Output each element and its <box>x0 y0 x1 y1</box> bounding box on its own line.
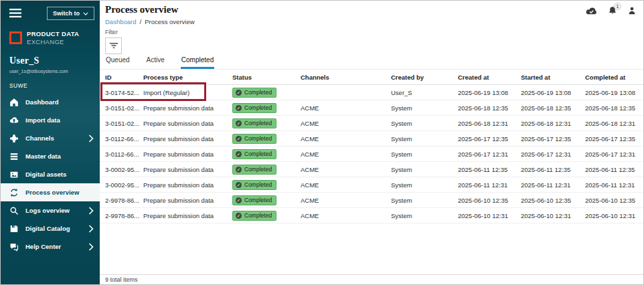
cell-created-at: 2025-06-10 12:31 <box>458 212 521 219</box>
tab-queued[interactable]: Queued <box>105 56 131 69</box>
status-text: Completed <box>244 89 272 96</box>
tabs-bar: QueuedActiveCompleted <box>100 54 643 70</box>
notification-count-badge: 1 <box>614 3 621 10</box>
cell-id: 2-9978-86... <box>105 197 143 204</box>
status-badge: ✓Completed <box>232 195 276 205</box>
brand-name-line2: EXCHANGE <box>27 38 79 45</box>
cell-completed-at: 2025-06-10 12:31 <box>585 212 643 219</box>
cell-id: 3-0112-66... <box>105 151 143 158</box>
breadcrumb: Dashboard / Process overview <box>100 17 643 26</box>
table-row[interactable]: 3-0174-52...Import (Regular)✓CompletedUs… <box>100 85 643 100</box>
chevron-right-icon <box>88 243 94 251</box>
sidebar-item-label: Digital Catalog <box>25 225 88 232</box>
main-content: Process overview 1 Dashboard / Process o… <box>100 1 643 284</box>
cell-channels: ACME <box>301 212 391 219</box>
table-row[interactable]: 3-0002-95...Prepare submission data✓Comp… <box>100 177 643 193</box>
table-row[interactable]: 2-9978-86...Prepare submission data✓Comp… <box>100 193 643 208</box>
switch-to-button[interactable]: Switch to <box>47 7 94 20</box>
column-header-channels[interactable]: Channels <box>301 74 391 81</box>
cell-created-at: 2025-06-11 12:31 <box>458 181 521 189</box>
sidebar-item-master-data[interactable]: Master data <box>1 147 100 165</box>
column-header-started-at[interactable]: Started at <box>521 74 585 81</box>
cell-created-by: System <box>391 120 458 127</box>
sidebar-item-digital-catalog[interactable]: Digital Catalog <box>1 219 100 238</box>
brand-logo: PRODUCT DATA EXCHANGE <box>1 20 100 45</box>
status-text: Completed <box>244 197 272 204</box>
sidebar-item-digital-assets[interactable]: Digital assets <box>1 165 100 183</box>
cell-id: 2-9978-86... <box>105 212 143 219</box>
sidebar-item-dashboard[interactable]: Dashboard <box>1 93 100 111</box>
cell-channels: ACME <box>301 135 391 142</box>
sidebar: Switch to PRODUCT DATA EXCHANGE User_S u… <box>1 1 100 284</box>
search-icon <box>9 206 19 215</box>
menu-hamburger-icon[interactable] <box>9 9 21 18</box>
filter-button[interactable] <box>105 37 122 54</box>
cell-process-type: Prepare submission data <box>143 197 232 204</box>
cell-id: 3-0151-02... <box>105 104 143 112</box>
table-row[interactable]: 3-0151-02...Prepare submission data✓Comp… <box>100 116 643 131</box>
column-header-created-at[interactable]: Created at <box>458 74 521 81</box>
chevron-right-icon <box>88 207 94 215</box>
cell-created-by: System <box>391 166 458 173</box>
app-window: Switch to PRODUCT DATA EXCHANGE User_S u… <box>0 0 644 285</box>
column-header-status[interactable]: Status <box>232 74 301 81</box>
sidebar-item-process-overview[interactable]: Process overview <box>1 183 100 201</box>
cell-status: ✓Completed <box>232 165 301 175</box>
cell-completed-at: 2025-06-17 12:35 <box>585 135 643 142</box>
table-row[interactable]: 3-0151-02...Prepare submission data✓Comp… <box>100 100 643 116</box>
cell-completed-at: 2025-06-18 12:31 <box>585 120 643 127</box>
table-row[interactable]: 3-0112-66...Prepare submission data✓Comp… <box>100 131 643 147</box>
tab-active[interactable]: Active <box>146 56 165 69</box>
cell-channels: ACME <box>301 166 391 173</box>
sidebar-item-label: Digital assets <box>25 171 94 178</box>
cell-channels: ACME <box>301 181 391 189</box>
table-row[interactable]: 2-9978-86...Prepare submission data✓Comp… <box>100 208 643 223</box>
cell-id: 3-0174-52... <box>105 89 143 96</box>
status-text: Completed <box>244 166 272 173</box>
cell-created-by: System <box>391 104 458 112</box>
cell-completed-at: 2025-06-11 12:35 <box>585 166 643 173</box>
column-header-completed-at[interactable]: Completed at <box>585 74 643 81</box>
column-header-created-by[interactable]: Created by <box>391 74 458 81</box>
master-data-icon <box>9 152 19 161</box>
status-text: Completed <box>244 151 272 158</box>
notifications-bell-icon[interactable]: 1 <box>608 6 617 15</box>
total-items-label: 9 total items <box>105 276 138 283</box>
status-text: Completed <box>244 181 272 189</box>
filter-icon <box>109 42 118 50</box>
cell-completed-at: 2025-06-18 12:35 <box>585 104 643 112</box>
cell-process-type: Prepare submission data <box>143 212 232 219</box>
cell-created-by: System <box>391 135 458 142</box>
user-account-icon[interactable] <box>627 6 637 15</box>
column-header-process-type[interactable]: Process type <box>143 74 232 81</box>
cell-status: ✓Completed <box>232 134 301 144</box>
sidebar-item-import-data[interactable]: Import data <box>1 111 100 129</box>
cell-started-at: 2025-06-18 12:35 <box>521 104 585 112</box>
home-icon <box>9 98 19 107</box>
sidebar-item-channels[interactable]: Channels <box>1 129 100 147</box>
catalog-icon <box>9 224 19 233</box>
status-badge: ✓Completed <box>232 211 276 221</box>
tab-completed[interactable]: Completed <box>181 56 214 69</box>
cell-status: ✓Completed <box>232 88 301 98</box>
cell-process-type: Prepare submission data <box>143 151 232 158</box>
cloud-check-icon[interactable] <box>585 7 598 15</box>
cell-id: 3-0002-95... <box>105 166 143 173</box>
breadcrumb-dashboard-link[interactable]: Dashboard <box>105 18 136 25</box>
table-row[interactable]: 3-0112-66...Prepare submission data✓Comp… <box>100 147 643 162</box>
table-row[interactable]: 3-0002-95...Prepare submission data✓Comp… <box>100 162 643 177</box>
sidebar-item-logs-overview[interactable]: Logs overview <box>1 201 100 219</box>
cell-created-at: 2025-06-18 12:31 <box>458 120 521 127</box>
user-email: user_1s@stibosystems.com <box>9 69 92 74</box>
check-icon: ✓ <box>236 167 242 173</box>
cell-id: 3-0151-02... <box>105 120 143 127</box>
breadcrumb-separator: / <box>139 18 141 25</box>
cloud-upload-icon <box>9 116 19 125</box>
sidebar-item-help-center[interactable]: Help Center <box>1 238 100 256</box>
user-name: User_S <box>9 56 92 66</box>
column-header-id[interactable]: ID <box>105 74 143 81</box>
cell-started-at: 2025-06-17 12:31 <box>521 151 585 158</box>
check-icon: ✓ <box>236 136 242 142</box>
cell-status: ✓Completed <box>232 211 301 221</box>
cell-started-at: 2025-06-11 12:35 <box>521 166 585 173</box>
